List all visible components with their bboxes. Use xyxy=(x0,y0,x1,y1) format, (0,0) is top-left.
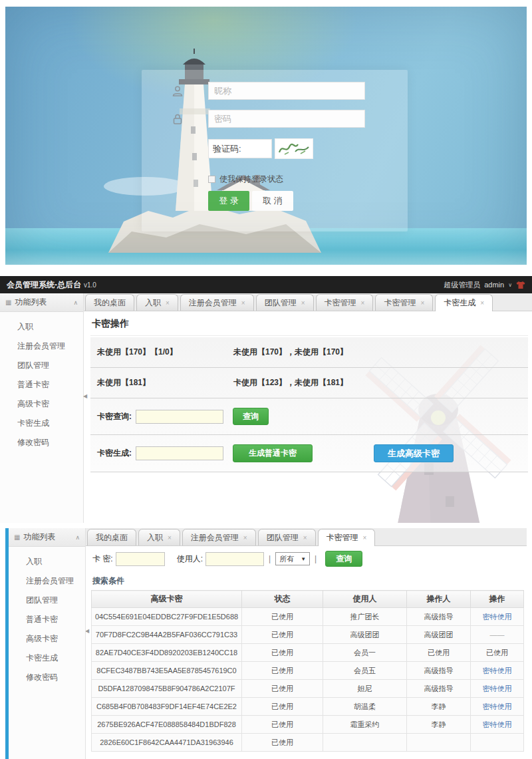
collapse-left-icon[interactable]: ◀ xyxy=(83,393,87,399)
tab-teams[interactable]: 团队管理× xyxy=(258,529,316,545)
sidebar: ▦ 功能列表 ∧ 入职 注册会员管理 团队管理 普通卡密 高级卡密 卡密生成 修… xyxy=(0,293,84,523)
card-status: 已使用 xyxy=(242,662,323,680)
card-operator: 高级指导 xyxy=(407,662,471,680)
card-user: 会员五 xyxy=(323,662,407,680)
tab-card-manage-1[interactable]: 卡密管理× xyxy=(316,294,374,311)
col-advanced-card[interactable]: 高级卡密 xyxy=(92,591,242,608)
card-operator: 高级指导 xyxy=(407,608,471,626)
tab-close-icon[interactable]: × xyxy=(243,534,247,541)
tab-close-icon[interactable]: × xyxy=(361,299,365,307)
sidebar-header[interactable]: ▦ 功能列表 ∧ xyxy=(0,293,83,312)
card-query-button[interactable]: 查询 xyxy=(233,408,269,425)
card-query-input[interactable] xyxy=(136,410,223,424)
tab-desktop[interactable]: 我的桌面 xyxy=(87,529,136,545)
user-filter-input[interactable] xyxy=(205,552,264,566)
tab-close-icon[interactable]: × xyxy=(363,534,367,541)
sidebar-title: 功能列表 xyxy=(23,531,55,543)
sidebar-item-teams[interactable]: 团队管理 xyxy=(26,591,85,610)
card-action-link[interactable]: 密特使用 xyxy=(471,698,524,716)
tab-strip: 我的桌面 入职× 注册会员管理× 团队管理× 卡密管理× xyxy=(86,528,527,546)
tab-close-icon[interactable]: × xyxy=(168,534,172,541)
sidebar-item-normal-cards[interactable]: 普通卡密 xyxy=(17,375,83,394)
sidebar-item-members[interactable]: 注册会员管理 xyxy=(17,337,83,356)
card-user: 妲尼 xyxy=(323,680,407,698)
search-button[interactable]: 查询 xyxy=(325,551,362,567)
generate-advanced-button[interactable]: 生成高级卡密 xyxy=(374,444,454,462)
sidebar-item-onboarding[interactable]: 入职 xyxy=(26,552,85,571)
page-title: 卡密操作 xyxy=(90,316,528,336)
separator: | xyxy=(315,554,317,563)
card-action-text: 已使用 xyxy=(471,644,524,662)
table-row: 8CFEC3487BB743E5AA5E8785457619C0 已使用 会员五… xyxy=(92,662,524,680)
shirt-icon[interactable] xyxy=(516,281,525,289)
tab-onboarding[interactable]: 入职× xyxy=(136,294,178,311)
sidebar-item-advanced-cards[interactable]: 高级卡密 xyxy=(17,394,83,414)
status-select[interactable]: 所有 ▼ xyxy=(275,552,310,565)
collapse-left-icon[interactable]: ◀ xyxy=(86,628,89,634)
sidebar-item-normal-cards[interactable]: 普通卡密 xyxy=(26,610,85,629)
tab-desktop[interactable]: 我的桌面 xyxy=(85,294,134,311)
table-row: 04C554E691E04EDDBC27F9FDE1E5D688 已使用 推广团… xyxy=(92,608,524,626)
app-topbar: 会员管理系统-总后台 v1.0 超级管理员 admin ∨ xyxy=(0,276,532,293)
card-key: 2675BE926ACF47E088858484D1BDF828 xyxy=(92,716,242,734)
sidebar-item-card-generate[interactable]: 卡密生成 xyxy=(17,414,83,433)
card-query-row: 卡密查询: 查询 xyxy=(90,398,528,435)
page: 使我保持登录状态 登 录 取 消 会员管理系统-总后台 v1.0 超级管理员 a… xyxy=(0,0,532,759)
search-conditions-label: 搜索条件 xyxy=(86,571,527,590)
sidebar-header[interactable]: ▦ 功能列表 ∧ xyxy=(9,528,85,547)
chevron-down-icon[interactable]: ∨ xyxy=(508,282,512,288)
card-generate-row: 卡密生成: 生成普通卡密 生成高级卡密 xyxy=(90,435,528,472)
card-filter-label: 卡 密: xyxy=(92,553,113,565)
card-action-link[interactable]: 密特使用 xyxy=(471,662,524,680)
col-operator[interactable]: 操作人 xyxy=(407,591,471,608)
tab-members[interactable]: 注册会员管理× xyxy=(182,529,256,545)
tab-close-icon[interactable]: × xyxy=(301,299,305,307)
stats-row-1: 未使用【170】【1/0】 未使用【170】，未使用【170】 xyxy=(90,337,528,368)
chevron-up-icon[interactable]: ∧ xyxy=(75,534,80,541)
tab-close-icon[interactable]: × xyxy=(241,299,245,307)
chevron-up-icon[interactable]: ∧ xyxy=(73,299,78,306)
grid-icon: ▦ xyxy=(5,299,11,306)
table-row: 2826E60C1F8642CAA4471DA31963946 已使用 xyxy=(92,734,524,752)
tab-strip: 我的桌面 入职× 注册会员管理× 团队管理× 卡密管理× 卡密管理× 卡密生成× xyxy=(84,293,532,311)
card-filter-input[interactable] xyxy=(116,552,165,566)
card-table: 高级卡密 状态 使用人 操作人 操作 04C554E691E04EDDBC27F… xyxy=(91,590,524,752)
tab-close-icon[interactable]: × xyxy=(480,299,484,307)
tab-close-icon[interactable]: × xyxy=(303,534,307,541)
user-name[interactable]: admin xyxy=(484,281,504,289)
tab-close-icon[interactable]: × xyxy=(420,299,424,307)
card-stats-box: 未使用【170】【1/0】 未使用【170】，未使用【170】 未使用【181】… xyxy=(90,337,528,472)
grid-icon: ▦ xyxy=(14,533,20,541)
sidebar-item-teams[interactable]: 团队管理 xyxy=(17,356,83,375)
tab-teams[interactable]: 团队管理× xyxy=(256,294,314,311)
sidebar-item-members[interactable]: 注册会员管理 xyxy=(26,571,85,591)
card-user: 胡温柔 xyxy=(323,698,407,716)
card-key: 2826E60C1F8642CAA4471DA31963946 xyxy=(92,734,242,752)
col-action[interactable]: 操作 xyxy=(471,591,524,608)
card-status: 已使用 xyxy=(242,644,323,662)
card-action-link[interactable]: 密特使用 xyxy=(471,608,524,626)
card-action-link[interactable]: 密特使用 xyxy=(471,716,524,734)
sidebar-item-advanced-cards[interactable]: 高级卡密 xyxy=(26,629,85,649)
tab-members[interactable]: 注册会员管理× xyxy=(180,294,254,311)
tab-card-manage[interactable]: 卡密管理× xyxy=(318,529,376,546)
card-generate-input[interactable] xyxy=(136,446,223,460)
tab-onboarding[interactable]: 入职× xyxy=(138,529,180,545)
tab-card-manage-2[interactable]: 卡密管理× xyxy=(375,294,433,311)
card-generate-label: 卡密生成: xyxy=(97,448,132,459)
card-user: 高级团团 xyxy=(323,626,407,644)
col-status[interactable]: 状态 xyxy=(242,591,323,608)
separator: | xyxy=(269,554,271,563)
sidebar-item-onboarding[interactable]: 入职 xyxy=(17,317,83,337)
table-row: C685B4F0B708483F9DF14EF4E74CE2E2 已使用 胡温柔… xyxy=(92,698,524,716)
generate-normal-button[interactable]: 生成普通卡密 xyxy=(233,444,313,462)
tab-close-icon[interactable]: × xyxy=(166,299,170,307)
card-action-link[interactable]: 密特使用 xyxy=(471,680,524,698)
col-user[interactable]: 使用人 xyxy=(323,591,407,608)
sidebar-item-card-generate[interactable]: 卡密生成 xyxy=(26,649,85,668)
sidebar-item-change-password[interactable]: 修改密码 xyxy=(26,668,85,687)
card-key: 70F7D8FC2C9B44A2B5FAF036CC791C33 xyxy=(92,626,242,644)
tab-card-generate[interactable]: 卡密生成× xyxy=(435,294,493,311)
sidebar-item-change-password[interactable]: 修改密码 xyxy=(17,433,83,452)
user-filter-label: 使用人: xyxy=(177,553,203,565)
